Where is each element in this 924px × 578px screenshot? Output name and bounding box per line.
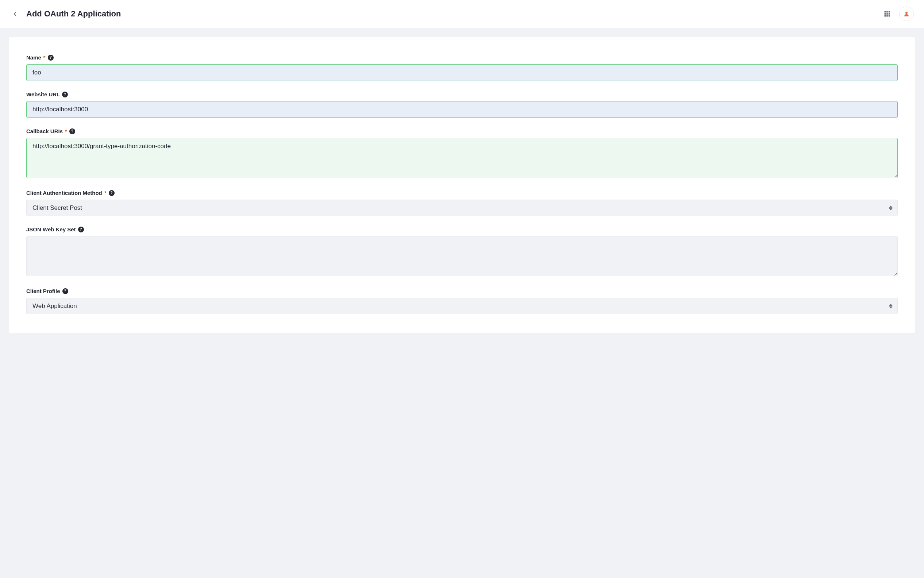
user-icon — [903, 11, 910, 17]
header-right — [882, 6, 914, 21]
client-profile-select-wrap: Web Application — [26, 298, 898, 314]
name-label: Name * ? — [26, 54, 898, 60]
client-auth-method-label: Client Authentication Method * ? — [26, 190, 898, 196]
client-profile-label: Client Profile ? — [26, 288, 898, 294]
client-auth-method-select-wrap: Client Secret Post — [26, 200, 898, 216]
callback-uris-field-group: Callback URIs * ? — [26, 128, 898, 180]
svg-rect-3 — [885, 13, 886, 15]
client-auth-method-field-group: Client Authentication Method * ? Client … — [26, 190, 898, 216]
client-profile-field-group: Client Profile ? Web Application — [26, 288, 898, 314]
client-profile-label-text: Client Profile — [26, 288, 60, 294]
svg-rect-5 — [888, 13, 890, 15]
name-label-text: Name — [26, 54, 41, 60]
header-left: Add OAuth 2 Application — [10, 9, 882, 19]
website-url-label: Website URL ? — [26, 91, 898, 97]
svg-rect-0 — [885, 11, 886, 13]
svg-rect-4 — [887, 13, 888, 15]
required-indicator: * — [104, 190, 107, 196]
jwks-field-group: JSON Web Key Set ? — [26, 226, 898, 278]
client-auth-method-select[interactable]: Client Secret Post — [26, 200, 898, 216]
chevron-left-icon — [12, 11, 18, 17]
website-url-label-text: Website URL — [26, 91, 60, 97]
user-avatar-button[interactable] — [899, 6, 914, 21]
grid-icon — [884, 11, 890, 17]
content-area: Name * ? Website URL ? Callback URIs * ? — [0, 28, 924, 342]
help-icon[interactable]: ? — [69, 128, 75, 134]
callback-uris-textarea[interactable] — [26, 138, 898, 178]
svg-rect-1 — [887, 11, 888, 13]
website-url-input[interactable] — [26, 101, 898, 118]
form-card: Name * ? Website URL ? Callback URIs * ? — [9, 37, 915, 333]
help-icon[interactable]: ? — [109, 190, 115, 196]
jwks-textarea[interactable] — [26, 236, 898, 276]
required-indicator: * — [65, 128, 67, 134]
svg-rect-2 — [888, 11, 890, 13]
help-icon[interactable]: ? — [78, 227, 84, 232]
help-icon[interactable]: ? — [62, 288, 68, 294]
page-header: Add OAuth 2 Application — [0, 0, 924, 28]
callback-uris-label-text: Callback URIs — [26, 128, 63, 134]
client-auth-method-label-text: Client Authentication Method — [26, 190, 102, 196]
website-url-field-group: Website URL ? — [26, 91, 898, 118]
callback-uris-label: Callback URIs * ? — [26, 128, 898, 134]
page-title: Add OAuth 2 Application — [26, 9, 121, 19]
jwks-label: JSON Web Key Set ? — [26, 226, 898, 232]
help-icon[interactable]: ? — [48, 55, 54, 60]
svg-rect-7 — [887, 15, 888, 17]
name-field-group: Name * ? — [26, 54, 898, 81]
name-input[interactable] — [26, 64, 898, 81]
svg-point-9 — [905, 12, 908, 14]
svg-rect-8 — [888, 15, 890, 17]
jwks-label-text: JSON Web Key Set — [26, 226, 76, 232]
back-button[interactable] — [10, 9, 20, 19]
help-icon[interactable]: ? — [62, 92, 68, 97]
apps-menu-button[interactable] — [882, 9, 892, 19]
svg-rect-6 — [885, 15, 886, 17]
client-profile-select[interactable]: Web Application — [26, 298, 898, 314]
required-indicator: * — [44, 54, 45, 60]
